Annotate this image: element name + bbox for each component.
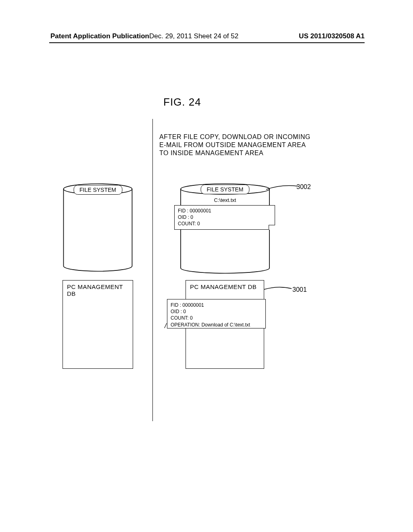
state-caption: AFTER FILE COPY, DOWNLOAD OR INCOMING E-… bbox=[159, 133, 311, 157]
header-rule bbox=[49, 42, 365, 43]
callout-leader bbox=[264, 286, 294, 292]
cylinder-label: FILE SYSTEM bbox=[200, 185, 249, 194]
note-oid: OID : 0 bbox=[178, 214, 271, 220]
caption-line: E-MAIL FROM OUTSIDE MANAGEMENT AREA bbox=[159, 141, 311, 149]
column-divider bbox=[152, 119, 153, 421]
callout-number-3001: 3001 bbox=[292, 286, 307, 293]
header-left: Patent Application Publication bbox=[50, 32, 149, 40]
note-fold-icon bbox=[269, 225, 275, 230]
record-count: COUNT: 0 bbox=[171, 315, 262, 321]
record-oid: OID : 0 bbox=[171, 308, 262, 315]
file-metadata-note: FID : 00000001 OID : 0 COUNT: 0 bbox=[174, 205, 275, 230]
mark: / bbox=[165, 322, 166, 330]
file-system-cylinder-after: FILE SYSTEM C:\text.txt FID : 00000001 O… bbox=[169, 183, 282, 274]
caption-line: TO INSIDE MANAGEMENT AREA bbox=[159, 149, 311, 157]
record-fid: FID : 00000001 bbox=[171, 302, 262, 308]
db-title: PC MANAGEMENT DB bbox=[63, 281, 133, 300]
header-right: US 2011/0320508 A1 bbox=[299, 32, 365, 40]
figure-title: FIG. 24 bbox=[163, 96, 201, 108]
caption-line: AFTER FILE COPY, DOWNLOAD OR INCOMING bbox=[159, 133, 311, 141]
db-record: FID : 00000001 OID : 0 COUNT: 0 OPERATIO… bbox=[167, 299, 266, 328]
db-title: PC MANAGEMENT DB bbox=[186, 281, 264, 293]
note-count: COUNT: 0 bbox=[178, 220, 271, 227]
file-path-label: C:\text.txt bbox=[169, 197, 282, 203]
callout-number-3002: 3002 bbox=[296, 183, 311, 191]
note-fid: FID : 00000001 bbox=[178, 208, 271, 214]
cylinder-label: FILE SYSTEM bbox=[73, 185, 122, 195]
cylinder-icon bbox=[63, 183, 133, 272]
record-operation: OPERATION: Download of C:\text.txt bbox=[171, 322, 262, 328]
header-center: Dec. 29, 2011 Sheet 24 of 52 bbox=[149, 32, 238, 40]
file-system-cylinder-before: FILE SYSTEM bbox=[63, 183, 133, 272]
pc-management-db-before: PC MANAGEMENT DB bbox=[63, 280, 133, 369]
